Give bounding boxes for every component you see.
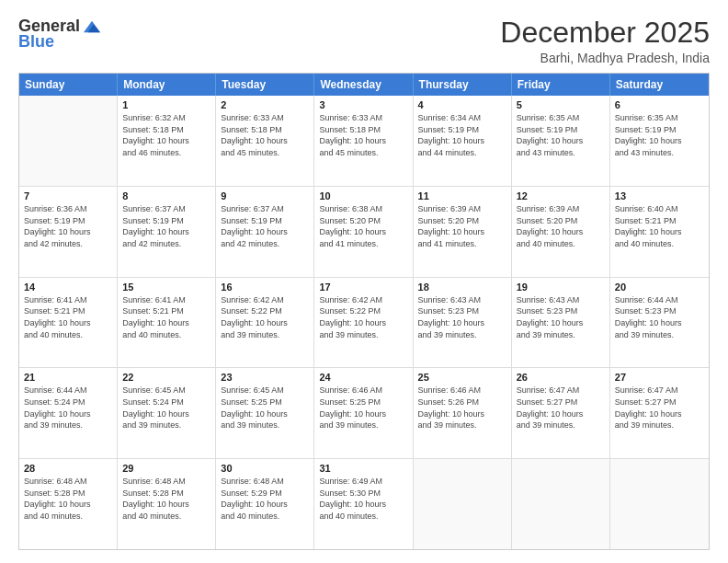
calendar-cell: 8Sunrise: 6:37 AMSunset: 5:19 PMDaylight… xyxy=(118,187,216,277)
day-info: Sunrise: 6:33 AMSunset: 5:18 PMDaylight:… xyxy=(319,112,407,158)
calendar-cell: 12Sunrise: 6:39 AMSunset: 5:20 PMDayligh… xyxy=(512,187,610,277)
day-info: Sunrise: 6:46 AMSunset: 5:26 PMDaylight:… xyxy=(418,385,506,431)
day-info: Sunrise: 6:49 AMSunset: 5:30 PMDaylight:… xyxy=(319,476,407,522)
day-info: Sunrise: 6:45 AMSunset: 5:25 PMDaylight:… xyxy=(221,385,309,431)
day-number: 19 xyxy=(517,282,605,293)
day-info: Sunrise: 6:35 AMSunset: 5:19 PMDaylight:… xyxy=(615,112,704,158)
calendar-cell: 16Sunrise: 6:42 AMSunset: 5:22 PMDayligh… xyxy=(216,278,314,368)
day-info: Sunrise: 6:42 AMSunset: 5:22 PMDaylight:… xyxy=(319,294,407,340)
header-friday: Friday xyxy=(512,74,610,96)
day-number: 17 xyxy=(319,282,407,293)
day-info: Sunrise: 6:47 AMSunset: 5:27 PMDaylight:… xyxy=(517,385,605,431)
header-sunday: Sunday xyxy=(19,74,118,96)
calendar-cell: 22Sunrise: 6:45 AMSunset: 5:24 PMDayligh… xyxy=(118,368,216,458)
calendar-cell: 13Sunrise: 6:40 AMSunset: 5:21 PMDayligh… xyxy=(610,187,709,277)
calendar-cell: 5Sunrise: 6:35 AMSunset: 5:19 PMDaylight… xyxy=(512,96,610,186)
calendar-cell: 17Sunrise: 6:42 AMSunset: 5:22 PMDayligh… xyxy=(314,278,413,368)
day-number: 14 xyxy=(24,282,112,293)
day-number: 8 xyxy=(122,190,210,201)
day-number: 11 xyxy=(418,190,506,201)
calendar-cell: 26Sunrise: 6:47 AMSunset: 5:27 PMDayligh… xyxy=(512,368,610,458)
calendar-cell: 14Sunrise: 6:41 AMSunset: 5:21 PMDayligh… xyxy=(19,278,118,368)
day-number: 1 xyxy=(122,99,210,110)
logo-blue: Blue xyxy=(18,32,54,52)
calendar-header: Sunday Monday Tuesday Wednesday Thursday… xyxy=(19,74,709,96)
calendar-cell: 25Sunrise: 6:46 AMSunset: 5:26 PMDayligh… xyxy=(414,368,512,458)
day-number: 16 xyxy=(221,282,309,293)
day-info: Sunrise: 6:39 AMSunset: 5:20 PMDaylight:… xyxy=(418,203,506,249)
day-number: 21 xyxy=(24,372,112,383)
calendar-cell: 7Sunrise: 6:36 AMSunset: 5:19 PMDaylight… xyxy=(19,187,118,277)
calendar-cell xyxy=(512,459,610,549)
day-info: Sunrise: 6:43 AMSunset: 5:23 PMDaylight:… xyxy=(418,294,506,340)
page: General Blue December 2025 Barhi, Madhya… xyxy=(0,0,728,563)
calendar-cell: 20Sunrise: 6:44 AMSunset: 5:23 PMDayligh… xyxy=(610,278,709,368)
calendar-cell: 15Sunrise: 6:41 AMSunset: 5:21 PMDayligh… xyxy=(118,278,216,368)
location: Barhi, Madhya Pradesh, India xyxy=(500,51,710,65)
calendar-row: 1Sunrise: 6:32 AMSunset: 5:18 PMDaylight… xyxy=(19,96,709,186)
day-info: Sunrise: 6:44 AMSunset: 5:24 PMDaylight:… xyxy=(24,385,112,431)
calendar-cell: 18Sunrise: 6:43 AMSunset: 5:23 PMDayligh… xyxy=(414,278,512,368)
calendar-cell: 3Sunrise: 6:33 AMSunset: 5:18 PMDaylight… xyxy=(314,96,413,186)
calendar-cell: 28Sunrise: 6:48 AMSunset: 5:28 PMDayligh… xyxy=(19,459,118,549)
day-number: 6 xyxy=(615,99,704,110)
day-info: Sunrise: 6:44 AMSunset: 5:23 PMDaylight:… xyxy=(615,294,704,340)
day-info: Sunrise: 6:46 AMSunset: 5:25 PMDaylight:… xyxy=(319,385,407,431)
day-number: 27 xyxy=(615,372,704,383)
day-info: Sunrise: 6:42 AMSunset: 5:22 PMDaylight:… xyxy=(221,294,309,340)
header-wednesday: Wednesday xyxy=(314,74,413,96)
day-info: Sunrise: 6:43 AMSunset: 5:23 PMDaylight:… xyxy=(517,294,605,340)
day-info: Sunrise: 6:41 AMSunset: 5:21 PMDaylight:… xyxy=(122,294,210,340)
calendar-cell xyxy=(610,459,709,549)
day-number: 31 xyxy=(319,463,407,474)
calendar-cell xyxy=(19,96,118,186)
calendar-body: 1Sunrise: 6:32 AMSunset: 5:18 PMDaylight… xyxy=(19,96,709,549)
day-number: 7 xyxy=(24,190,112,201)
header-saturday: Saturday xyxy=(610,74,709,96)
day-number: 12 xyxy=(517,190,605,201)
calendar-cell: 9Sunrise: 6:37 AMSunset: 5:19 PMDaylight… xyxy=(216,187,314,277)
day-number: 25 xyxy=(418,372,506,383)
day-number: 5 xyxy=(517,99,605,110)
calendar-cell: 27Sunrise: 6:47 AMSunset: 5:27 PMDayligh… xyxy=(610,368,709,458)
day-info: Sunrise: 6:48 AMSunset: 5:28 PMDaylight:… xyxy=(122,476,210,522)
calendar-cell: 10Sunrise: 6:38 AMSunset: 5:20 PMDayligh… xyxy=(314,187,413,277)
day-number: 29 xyxy=(122,463,210,474)
day-info: Sunrise: 6:45 AMSunset: 5:24 PMDaylight:… xyxy=(122,385,210,431)
calendar-cell: 21Sunrise: 6:44 AMSunset: 5:24 PMDayligh… xyxy=(19,368,118,458)
day-number: 10 xyxy=(319,190,407,201)
day-number: 22 xyxy=(122,372,210,383)
header-monday: Monday xyxy=(118,74,216,96)
day-number: 24 xyxy=(319,372,407,383)
calendar-cell: 2Sunrise: 6:33 AMSunset: 5:18 PMDaylight… xyxy=(216,96,314,186)
header: General Blue December 2025 Barhi, Madhya… xyxy=(18,17,710,65)
day-info: Sunrise: 6:39 AMSunset: 5:20 PMDaylight:… xyxy=(517,203,605,249)
day-info: Sunrise: 6:40 AMSunset: 5:21 PMDaylight:… xyxy=(615,203,704,249)
day-number: 26 xyxy=(517,372,605,383)
day-info: Sunrise: 6:47 AMSunset: 5:27 PMDaylight:… xyxy=(615,385,704,431)
day-info: Sunrise: 6:41 AMSunset: 5:21 PMDaylight:… xyxy=(24,294,112,340)
calendar-cell: 4Sunrise: 6:34 AMSunset: 5:19 PMDaylight… xyxy=(414,96,512,186)
logo: General Blue xyxy=(18,17,100,52)
header-tuesday: Tuesday xyxy=(216,74,314,96)
day-info: Sunrise: 6:36 AMSunset: 5:19 PMDaylight:… xyxy=(24,203,112,249)
day-number: 20 xyxy=(615,282,704,293)
day-info: Sunrise: 6:32 AMSunset: 5:18 PMDaylight:… xyxy=(122,112,210,158)
day-info: Sunrise: 6:48 AMSunset: 5:28 PMDaylight:… xyxy=(24,476,112,522)
calendar-cell: 19Sunrise: 6:43 AMSunset: 5:23 PMDayligh… xyxy=(512,278,610,368)
day-number: 23 xyxy=(221,372,309,383)
calendar-row: 28Sunrise: 6:48 AMSunset: 5:28 PMDayligh… xyxy=(19,458,709,549)
header-thursday: Thursday xyxy=(414,74,512,96)
day-info: Sunrise: 6:38 AMSunset: 5:20 PMDaylight:… xyxy=(319,203,407,249)
month-title: December 2025 xyxy=(500,17,710,49)
calendar: Sunday Monday Tuesday Wednesday Thursday… xyxy=(18,73,710,550)
calendar-cell xyxy=(414,459,512,549)
calendar-cell: 24Sunrise: 6:46 AMSunset: 5:25 PMDayligh… xyxy=(314,368,413,458)
day-number: 30 xyxy=(221,463,309,474)
day-info: Sunrise: 6:37 AMSunset: 5:19 PMDaylight:… xyxy=(122,203,210,249)
day-number: 2 xyxy=(221,99,309,110)
calendar-row: 7Sunrise: 6:36 AMSunset: 5:19 PMDaylight… xyxy=(19,186,709,277)
day-number: 9 xyxy=(221,190,309,201)
day-number: 18 xyxy=(418,282,506,293)
calendar-cell: 23Sunrise: 6:45 AMSunset: 5:25 PMDayligh… xyxy=(216,368,314,458)
